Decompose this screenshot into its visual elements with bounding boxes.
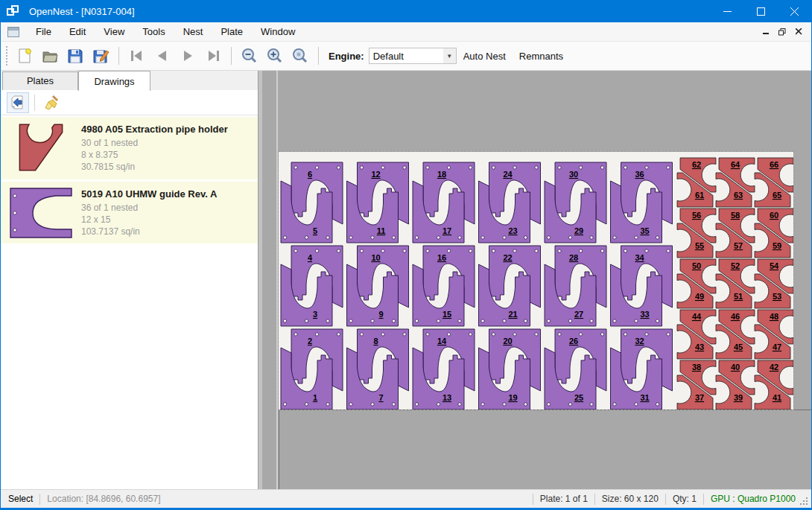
part-number-label: 40 [731,363,740,372]
resize-grip[interactable] [800,497,809,506]
part-number-label: 44 [692,312,702,321]
zoom-fit-icon[interactable] [289,45,311,67]
open-folder-icon[interactable] [39,45,61,67]
part-number-label: 66 [770,160,778,169]
part-number-label: 33 [640,310,649,319]
clean-broom-icon[interactable] [40,92,63,113]
part-number-label: 21 [508,310,517,319]
part-number-label: 30 [569,170,578,179]
nest-canvas[interactable]: 6512111817242330293635431091615222128273… [258,71,811,489]
status-mode: Select [8,494,33,504]
part-number-label: 52 [731,261,740,270]
drawing-thumbnail [7,188,75,238]
part-number-label: 32 [635,337,644,345]
status-qty: Qty: 1 [673,494,697,504]
mdi-minimize-button[interactable] [758,25,774,39]
part-number-label: 59 [773,241,781,250]
mdi-close-button[interactable] [790,25,807,39]
part-number-label: 26 [569,337,578,345]
part-number-label: 25 [574,393,583,402]
part-number-label: 5 [313,226,317,235]
part-number-label: 63 [734,191,743,200]
part-number-label: 29 [574,226,583,235]
sheet-line [279,409,279,489]
sheet-line [276,71,278,489]
drawing-list-item[interactable]: 5019 A10 UHMW guide Rev. A36 of 1 nested… [1,182,258,243]
main-toolbar: Engine: Default ▼ Auto Nest Remnants [1,42,811,71]
part-number-label: 23 [508,226,517,235]
part-number-label: 51 [734,292,743,301]
menu-edit[interactable]: Edit [60,23,95,40]
auto-nest-button[interactable]: Auto Nest [457,46,513,66]
part-number-label: 22 [503,253,512,262]
part-number-label: 4 [308,253,313,262]
part-number-label: 55 [695,241,704,250]
part-number-label: 13 [443,393,451,402]
part-number-label: 17 [443,226,451,235]
status-gpu: GPU : Quadro P1000 [711,494,796,504]
chevron-down-icon[interactable]: ▼ [443,48,456,63]
menu-tools[interactable]: Tools [133,23,174,40]
part-number-label: 2 [308,337,312,345]
part-number-label: 61 [695,191,704,200]
drawing-nested-count: 36 of 1 nested [81,202,217,214]
part-number-label: 1 [313,393,317,402]
part-number-label: 35 [640,226,649,235]
save-icon[interactable] [64,45,86,67]
new-document-icon[interactable] [13,45,36,67]
part-number-label: 60 [770,211,778,220]
menu-window[interactable]: Window [252,23,304,40]
engine-select[interactable]: Default ▼ [369,48,457,64]
drawings-toolbar [1,90,258,115]
part-number-label: 7 [378,393,383,402]
part-number-label: 9 [378,310,383,319]
remnants-button[interactable]: Remnants [513,46,570,66]
last-plate-icon[interactable] [202,45,224,67]
part-number-label: 47 [773,342,781,351]
part-number-label: 64 [731,160,740,169]
zoom-out-icon[interactable] [238,45,261,67]
part-number-label: 15 [443,310,451,319]
tab-plates[interactable]: Plates [2,71,78,90]
part-number-label: 20 [503,337,512,345]
plate[interactable]: 6512111817242330293635431091615222128273… [279,152,793,409]
next-plate-icon[interactable] [177,45,199,67]
drawing-title: 4980 A05 Extraction pipe holder [81,124,228,135]
save-as-icon[interactable] [89,45,112,67]
drawing-list-item[interactable]: 4980 A05 Extraction pipe holder30 of 1 n… [1,117,258,179]
part-number-label: 14 [437,337,447,345]
part-number-label: 37 [695,393,704,402]
menu-view[interactable]: View [95,23,133,40]
drawing-nested-count: 30 of 1 nested [81,137,228,149]
part-number-label: 57 [734,241,743,250]
part-number-label: 48 [770,312,778,321]
mdi-restore-button[interactable] [774,25,790,39]
close-button[interactable] [778,0,811,22]
menu-nest[interactable]: Nest [174,23,212,40]
drawing-title: 5019 A10 UHMW guide Rev. A [81,188,217,200]
previous-plate-icon[interactable] [151,45,174,67]
part-number-label: 31 [640,393,649,402]
part-number-label: 46 [731,312,740,321]
menu-file[interactable]: File [27,23,60,40]
minimize-button[interactable] [711,0,744,22]
maximize-button[interactable] [744,0,778,22]
part-number-label: 36 [635,170,644,179]
part-number-label: 28 [569,253,578,262]
part-number-label: 27 [574,310,583,319]
drawing-area: 103.7137 sq/in [81,226,217,238]
import-drawing-icon[interactable] [7,92,29,113]
part-number-label: 18 [437,170,446,179]
tab-drawings[interactable]: Drawings [78,71,150,91]
drawing-area: 30.7815 sq/in [81,161,228,173]
mdi-child-icon[interactable] [7,27,19,37]
drawing-thumbnail [7,121,75,175]
menu-plate[interactable]: Plate [212,23,252,40]
first-plate-icon[interactable] [126,45,148,67]
zoom-in-icon[interactable] [264,45,286,67]
part-number-label: 8 [373,337,378,345]
part-number-label: 41 [773,393,781,402]
toolbar-grip[interactable] [5,46,7,66]
part-number-label: 54 [770,261,779,270]
part-number-label: 45 [734,342,743,351]
